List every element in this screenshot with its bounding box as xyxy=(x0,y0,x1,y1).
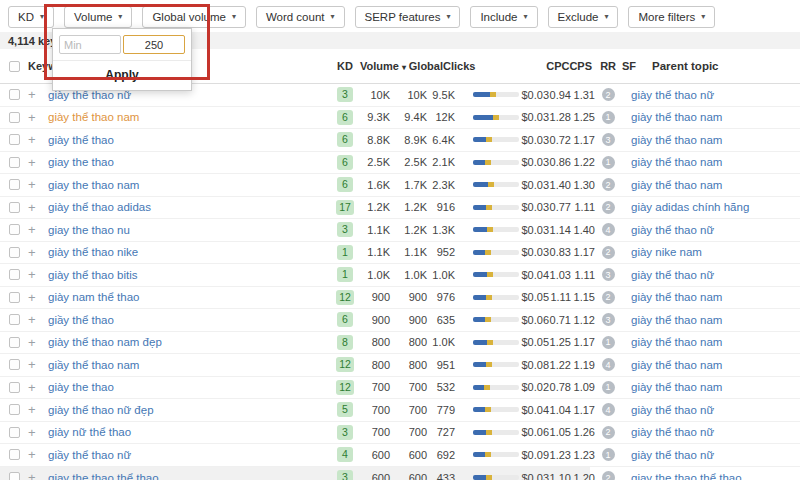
filter-button-include[interactable]: Include ▾ xyxy=(470,6,537,28)
sf-badge[interactable]: 3 xyxy=(602,133,615,146)
parent-topic-link[interactable]: giày thể thao nam xyxy=(631,381,722,393)
keyword-link[interactable]: giầy thể thao nữ xyxy=(48,449,131,461)
add-to-list-icon[interactable]: + xyxy=(28,132,48,147)
row-checkbox[interactable] xyxy=(9,427,20,438)
sf-badge[interactable]: 4 xyxy=(602,403,615,416)
sf-badge[interactable]: 3 xyxy=(602,268,615,281)
volume-min-input[interactable] xyxy=(59,35,121,54)
row-checkbox[interactable] xyxy=(9,224,20,235)
parent-topic-link[interactable]: giày thể thao nữ xyxy=(631,426,714,438)
sf-badge[interactable]: 1 xyxy=(602,381,615,394)
keyword-link[interactable]: giay the thao nu xyxy=(48,224,130,236)
parent-topic-link[interactable]: giày thể thao nam xyxy=(631,291,722,303)
parent-topic-link[interactable]: giày thể thao nữ xyxy=(631,89,714,101)
row-checkbox[interactable] xyxy=(9,404,20,415)
row-checkbox[interactable] xyxy=(9,382,20,393)
sf-badge[interactable]: 1 xyxy=(602,448,615,461)
sf-badge[interactable]: 2 xyxy=(602,426,615,439)
filter-button-global-volume[interactable]: Global volume ▾ xyxy=(142,6,246,28)
keyword-link[interactable]: giay the thao xyxy=(48,156,114,168)
parent-topic-link[interactable]: giày thể thao nam xyxy=(631,134,722,146)
add-to-list-icon[interactable]: + xyxy=(28,155,48,170)
parent-topic-link[interactable]: giay the thao thể thao xyxy=(631,472,742,480)
row-checkbox[interactable] xyxy=(9,157,20,168)
sf-badge[interactable]: 4 xyxy=(602,223,615,236)
row-checkbox[interactable] xyxy=(9,449,20,460)
row-checkbox[interactable] xyxy=(9,337,20,348)
parent-topic-link[interactable]: giày thể thao nam xyxy=(631,359,722,371)
add-to-list-icon[interactable]: + xyxy=(28,470,48,480)
parent-topic-link[interactable]: giày adidas chính hãng xyxy=(631,201,749,213)
keyword-link[interactable]: giày thể thao nike xyxy=(48,246,138,258)
parent-topic-link[interactable]: giày thể thao nữ xyxy=(631,449,714,461)
add-to-list-icon[interactable]: + xyxy=(28,357,48,372)
add-to-list-icon[interactable]: + xyxy=(28,380,48,395)
add-to-list-icon[interactable]: + xyxy=(28,177,48,192)
row-checkbox[interactable] xyxy=(9,202,20,213)
add-to-list-icon[interactable]: + xyxy=(28,222,48,237)
keyword-link[interactable]: giầy thể thao xyxy=(48,314,114,326)
add-to-list-icon[interactable]: + xyxy=(28,245,48,260)
filter-button-more-filters[interactable]: More filters ▾ xyxy=(628,6,715,28)
keyword-link[interactable]: giày thể thao nữ đẹp xyxy=(48,404,154,416)
add-to-list-icon[interactable]: + xyxy=(28,87,48,102)
parent-topic-link[interactable]: giày thể thao nam xyxy=(631,111,722,123)
row-checkbox[interactable] xyxy=(9,472,20,480)
keyword-link[interactable]: giay the thao thể thao xyxy=(48,472,159,480)
add-to-list-icon[interactable]: + xyxy=(28,335,48,350)
select-all-checkbox[interactable] xyxy=(9,61,20,72)
keyword-link[interactable]: giày thể thao adidas xyxy=(48,201,151,213)
parent-topic-link[interactable]: giày thể thao nam xyxy=(631,156,722,168)
sf-badge[interactable]: 2 xyxy=(602,291,615,304)
parent-topic-link[interactable]: giày thể thao nữ xyxy=(631,404,714,416)
keyword-link[interactable]: giầy thể thao nam xyxy=(48,359,139,371)
row-checkbox[interactable] xyxy=(9,359,20,370)
sf-badge[interactable]: 1 xyxy=(602,111,615,124)
apply-button[interactable]: Apply xyxy=(53,60,191,90)
add-to-list-icon[interactable]: + xyxy=(28,200,48,215)
row-checkbox[interactable] xyxy=(9,247,20,258)
keyword-link[interactable]: giày nữ thể thao xyxy=(48,426,131,438)
sf-badge[interactable]: 2 xyxy=(602,246,615,259)
header-volume[interactable]: Volume ▾ xyxy=(360,60,406,72)
row-checkbox[interactable] xyxy=(9,269,20,280)
sf-badge[interactable]: 3 xyxy=(602,313,615,326)
sf-badge[interactable]: 2 xyxy=(602,88,615,101)
row-checkbox[interactable] xyxy=(9,112,20,123)
filter-button-volume[interactable]: Volume ▾ xyxy=(64,6,132,28)
parent-topic-link[interactable]: giày thể thao nam xyxy=(631,314,722,326)
add-to-list-icon[interactable]: + xyxy=(28,402,48,417)
add-to-list-icon[interactable]: + xyxy=(28,447,48,462)
parent-topic-link[interactable]: giày thể thao nam xyxy=(631,179,722,191)
filter-button-word-count[interactable]: Word count ▾ xyxy=(256,6,345,28)
parent-topic-link[interactable]: giày thể thao nam xyxy=(631,336,722,348)
row-checkbox[interactable] xyxy=(9,89,20,100)
keyword-link[interactable]: giày nam thể thao xyxy=(48,291,139,303)
keyword-link[interactable]: giày thể thao xyxy=(48,134,114,146)
keyword-link[interactable]: giày the thao xyxy=(48,381,114,393)
sf-badge[interactable]: 2 xyxy=(602,201,615,214)
volume-value-input[interactable] xyxy=(123,35,185,54)
parent-topic-link[interactable]: giày thể thao nữ xyxy=(631,269,714,281)
sf-badge[interactable]: 2 xyxy=(602,178,615,191)
add-to-list-icon[interactable]: + xyxy=(28,110,48,125)
parent-topic-link[interactable]: giày thể thao nữ xyxy=(631,224,714,236)
add-to-list-icon[interactable]: + xyxy=(28,267,48,282)
add-to-list-icon[interactable]: + xyxy=(28,425,48,440)
row-checkbox[interactable] xyxy=(9,292,20,303)
keyword-link[interactable]: giay the thao nam xyxy=(48,179,139,191)
keyword-link[interactable]: giày thể thao nam xyxy=(48,111,139,123)
keyword-link[interactable]: giày thể thao bitis xyxy=(48,269,138,281)
filter-button-exclude[interactable]: Exclude ▾ xyxy=(548,6,619,28)
row-checkbox[interactable] xyxy=(9,179,20,190)
add-to-list-icon[interactable]: + xyxy=(28,312,48,327)
keyword-link[interactable]: giày thể thao nam đẹp xyxy=(48,336,162,348)
filter-button-kd[interactable]: KD ▾ xyxy=(8,6,54,28)
sf-badge[interactable]: 4 xyxy=(602,358,615,371)
parent-topic-link[interactable]: giày nike nam xyxy=(631,246,702,258)
row-checkbox[interactable] xyxy=(9,134,20,145)
row-checkbox[interactable] xyxy=(9,314,20,325)
sf-badge[interactable]: 1 xyxy=(602,336,615,349)
filter-button-serp-features[interactable]: SERP features ▾ xyxy=(355,6,461,28)
add-to-list-icon[interactable]: + xyxy=(28,290,48,305)
